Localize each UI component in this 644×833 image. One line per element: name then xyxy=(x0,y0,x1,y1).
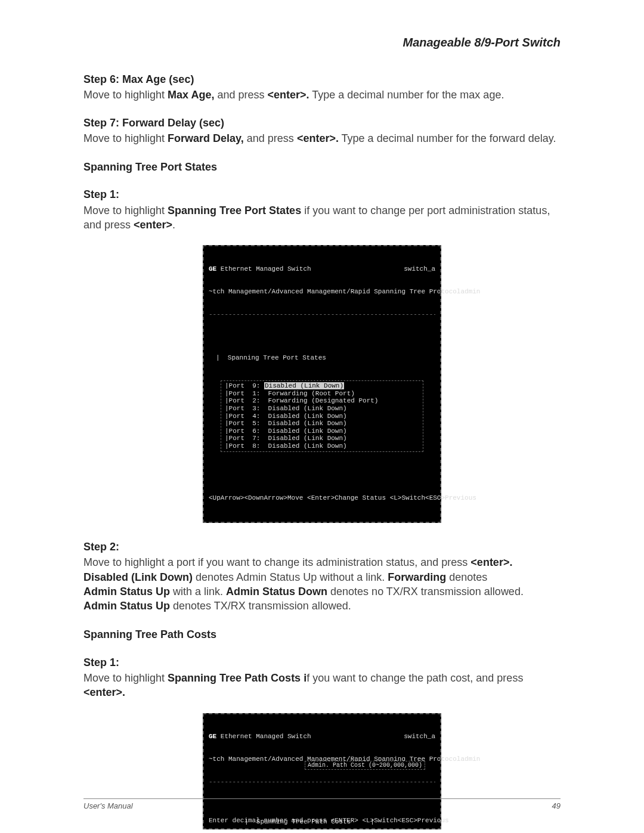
bold: Spanning Tree Path Costs i xyxy=(168,672,306,684)
text: Move to highlight xyxy=(83,672,168,684)
term1-port-line: |Port 5: Disabled (Link Down) xyxy=(225,420,419,428)
text: f you want to change the path cost, and … xyxy=(306,672,523,684)
step6-text: Move to highlight Max Age, and press <en… xyxy=(83,88,561,102)
text: Type a decimal number for the forward de… xyxy=(339,132,556,144)
term2-footer-left: Enter decimal number and press <ENTER> <… xyxy=(209,817,398,825)
costs-step1-text: Move to highlight Spanning Tree Path Cos… xyxy=(83,671,561,700)
text: with a link. xyxy=(170,586,226,597)
section-states: Spanning Tree Port States xyxy=(83,160,561,174)
term1-title-rest: Ethernet Managed Switch xyxy=(216,265,311,272)
term2-title-left: GE Ethernet Managed Switch xyxy=(209,733,311,741)
term1-title-left: GE Ethernet Managed Switch xyxy=(209,265,311,273)
bold: Spanning Tree Port States xyxy=(168,205,301,216)
text: and press xyxy=(244,132,297,144)
term1-box-title: | Spanning Tree Port States xyxy=(216,354,435,362)
term2-title-bold: GE xyxy=(209,733,216,740)
term1-port-line: |Port 7: Disabled (Link Down) xyxy=(225,435,419,442)
bold: Max Age, xyxy=(168,89,214,101)
term2-admin: admin xyxy=(460,755,480,763)
term1-port-line: |Port 6: Disabled (Link Down) xyxy=(225,428,419,435)
text: . xyxy=(172,219,175,231)
text: Move to highlight a port if you want to … xyxy=(83,556,470,568)
text: Move to highlight xyxy=(83,132,168,144)
text: Move to highlight xyxy=(83,205,168,216)
step7-title: Step 7: Forward Delay (sec) xyxy=(83,116,561,130)
bold: <enter>. xyxy=(470,556,512,568)
section-costs: Spanning Tree Path Costs xyxy=(83,627,561,642)
term1-admin: admin xyxy=(460,288,480,296)
step7-text: Move to highlight Forward Delay, and pre… xyxy=(83,131,561,145)
bold: <enter>. xyxy=(297,132,339,144)
footer-left: User's Manual xyxy=(83,801,133,810)
page-header: Manageable 8/9-Port Switch xyxy=(83,36,561,49)
page-footer: User's Manual 49 xyxy=(83,798,561,810)
states-step1-title: Step 1: xyxy=(83,187,561,202)
term2-footer-right: <ESC>Previous xyxy=(398,817,449,825)
term1-switch: switch_a xyxy=(404,265,435,272)
page: Manageable 8/9-Port Switch Step 6: Max A… xyxy=(0,0,644,833)
step6-title: Step 6: Max Age (sec) xyxy=(83,72,561,86)
term1-title-bold: GE xyxy=(209,265,216,272)
term2-title-right: switch_a xyxy=(404,733,435,741)
term1-port-line: |Port 8: Disabled (Link Down) xyxy=(225,442,419,450)
terminal-1-wrap: GE Ethernet Managed Switch switch_a ~tch… xyxy=(83,245,561,523)
term1-port-line: |Port 2: Forwarding (Designated Port) xyxy=(225,397,419,405)
bold: Forwarding xyxy=(388,571,446,583)
term1-breadcrumb: ~tch Management/Advanced Management/Rapi… xyxy=(209,288,460,296)
term1-title-right: switch_a xyxy=(404,265,435,273)
bold: <enter> xyxy=(134,219,172,231)
bold: <enter>. xyxy=(268,89,309,101)
term1-port-line: |Port 9: Disabled (Link Down) xyxy=(225,382,419,390)
term1-ports: |Port 9: Disabled (Link Down)|Port 1: Fo… xyxy=(221,380,423,452)
term2-switch: switch_a xyxy=(404,733,435,740)
term1-port-line: |Port 4: Disabled (Link Down) xyxy=(225,413,419,420)
bold: Admin Status Up xyxy=(83,600,170,612)
body: Step 6: Max Age (sec) Move to highlight … xyxy=(83,72,561,829)
costs-step1-title: Step 1: xyxy=(83,655,561,670)
footer-right: 49 xyxy=(552,801,561,810)
bold: Admin Status Up xyxy=(83,586,170,597)
term1-port-line: |Port 1: Forwarding (Root Port) xyxy=(225,390,419,398)
text: denotes TX/RX transmission allowed. xyxy=(170,600,351,612)
text: and press xyxy=(214,89,267,101)
term1-footer-left: <UpArrow><DownArrow>Move <Enter>Change S… xyxy=(209,494,425,502)
bold: Admin Status Down xyxy=(226,586,327,597)
states-step2-title: Step 2: xyxy=(83,540,561,554)
text: Move to highlight xyxy=(83,89,168,101)
text: denotes xyxy=(446,571,487,583)
hr: ----------------------------------------… xyxy=(209,778,435,785)
term2-popup: Admin. Path Cost (0~200,000,000) xyxy=(305,761,425,770)
term1-port-line: |Port 3: Disabled (Link Down) xyxy=(225,405,419,413)
terminal-2-wrap: GE Ethernet Managed Switch switch_a ~tch… xyxy=(83,713,561,829)
text: denotes no TX/RX transmission allowed. xyxy=(327,586,524,597)
bold: Forward Delay, xyxy=(168,132,244,144)
term2-title-rest: Ethernet Managed Switch xyxy=(216,733,311,740)
text: denotes Admin Status Up without a link. xyxy=(193,571,388,583)
states-step2-text: Move to highlight a port if you want to … xyxy=(83,555,561,613)
term1-footer-right: <ESC>Previous xyxy=(425,494,476,502)
text: Type a decimal number for the max age. xyxy=(309,89,504,101)
bold: <enter>. xyxy=(83,686,125,698)
states-step1-text: Move to highlight Spanning Tree Port Sta… xyxy=(83,203,561,233)
bold: Disabled (Link Down) xyxy=(83,571,193,583)
terminal-2: GE Ethernet Managed Switch switch_a ~tch… xyxy=(203,713,441,829)
hr: ----------------------------------------… xyxy=(209,311,435,317)
terminal-1: GE Ethernet Managed Switch switch_a ~tch… xyxy=(203,245,441,523)
